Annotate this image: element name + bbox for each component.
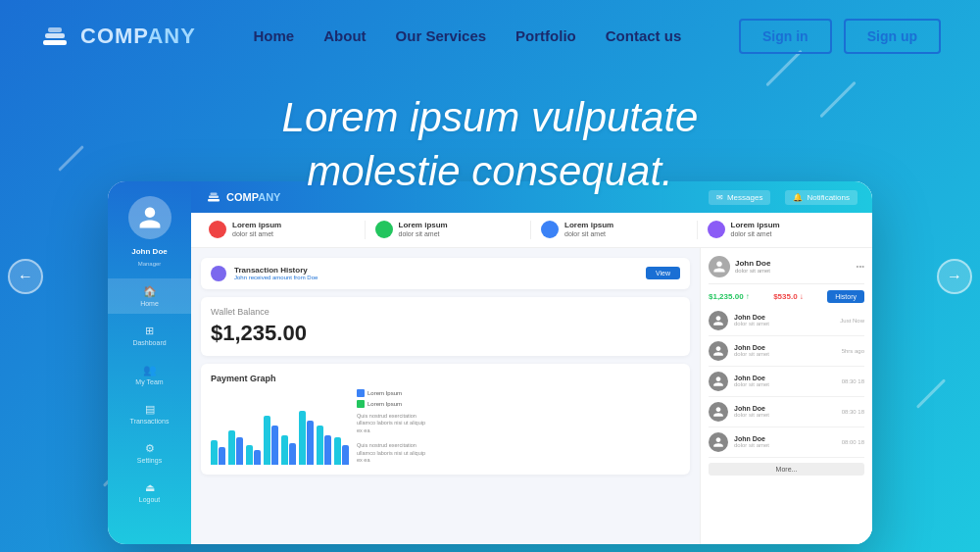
contact-item-1: John Doedolor sit amet 5hrs ago — [709, 341, 864, 367]
contact-avatar-1 — [709, 341, 728, 361]
stat-dot-green — [375, 221, 393, 238]
svg-rect-2 — [48, 27, 62, 32]
chart-title: Payment Graph — [211, 374, 680, 383]
next-arrow[interactable]: → — [937, 259, 972, 294]
settings-icon: ⚙ — [145, 442, 155, 455]
right-avatar — [709, 256, 730, 277]
trans-label: Transaction History — [234, 266, 318, 275]
contact-avatar-2 — [709, 372, 728, 391]
legend-item-0: Lorem Ipsum — [357, 389, 425, 397]
prev-arrow[interactable]: ← — [8, 259, 43, 294]
stat-item-0: Lorem ipsum dolor sit amet — [201, 221, 366, 239]
right-menu-icon: ••• — [857, 262, 864, 271]
contact-avatar-3 — [709, 402, 728, 422]
transaction-history-box: Transaction History John received amount… — [201, 258, 690, 289]
contact-item-2: John Doedolor sit amet 08:30 18 — [709, 372, 864, 397]
wallet-amount: $1,235.00 — [211, 321, 680, 346]
balance-row: $1,235.00 ↑ $535.0 ↓ History — [709, 290, 864, 303]
main-nav: Home About Our Services Portfolio Contac… — [254, 27, 682, 44]
sidebar-team-label: My Team — [135, 378, 163, 385]
stat-sub-0: dolor sit amet — [232, 229, 281, 239]
dashboard-right-panel: John Doe dolor sit amet ••• $1,235.00 ↑ … — [701, 248, 872, 544]
chart-area: Lorem Ipsum Lorem Ipsum Quis nostrud exe… — [211, 389, 680, 465]
sidebar-item-transactions[interactable]: ▤ Transactions — [108, 396, 191, 431]
home-icon: 🏠 — [143, 285, 157, 298]
sidebar-trans-label: Transactions — [130, 418, 170, 425]
stat-sub-1: dolor sit amet — [399, 229, 448, 239]
nav-item-services[interactable]: Our Services — [396, 27, 487, 44]
stat-sub-2: dolor sit amet — [564, 229, 613, 239]
nav-item-contact[interactable]: Contact us — [606, 27, 682, 44]
sidebar-item-logout[interactable]: ⏏ Logout — [108, 475, 191, 510]
stat-dot-blue — [541, 221, 559, 238]
balance-down: $535.0 ↓ — [773, 292, 804, 301]
dashboard-main: COMPANY ✉ Messages 🔔 Notifications Lorem… — [191, 181, 872, 544]
stat-title-3: Lorem ipsum — [731, 221, 780, 229]
sidebar-home-label: Home — [140, 300, 159, 307]
stat-item-2: Lorem ipsum dolor sit amet — [533, 221, 698, 239]
stats-row: Lorem ipsum dolor sit amet Lorem ipsum d… — [191, 213, 872, 248]
dashboard-sidebar: John Doe Manager 🏠 Home ⊞ Dashboard 👥 My… — [108, 181, 191, 544]
logo-text: COMPANY — [80, 24, 196, 49]
sidebar-item-home[interactable]: 🏠 Home — [108, 278, 191, 314]
dashboard-mockup: John Doe Manager 🏠 Home ⊞ Dashboard 👥 My… — [108, 181, 872, 544]
trans-sub: John received amount from Doe — [234, 275, 318, 280]
signup-button[interactable]: Sign up — [844, 19, 941, 54]
sidebar-settings-label: Settings — [137, 457, 162, 464]
logo-icon — [39, 21, 71, 52]
nav-item-portfolio[interactable]: Portfolio — [515, 27, 576, 44]
legend-item-1: Lorem Ipsum — [357, 400, 425, 408]
chart-bars — [211, 401, 349, 465]
contact-avatar-0 — [709, 311, 728, 330]
sidebar-item-dashboard[interactable]: ⊞ Dashboard — [108, 318, 191, 353]
dashboard-icon: ⊞ — [145, 325, 154, 337]
transactions-icon: ▤ — [145, 403, 155, 416]
sidebar-dashboard-label: Dashboard — [132, 339, 166, 346]
team-icon: 👥 — [143, 364, 157, 376]
hero-section: Lorem ipsum vulputate molestie consequat… — [0, 72, 980, 213]
chart-section: Payment Graph — [201, 364, 690, 475]
stat-dot-purple — [708, 221, 725, 238]
hero-heading: Lorem ipsum vulputate molestie consequat… — [0, 91, 980, 198]
dashboard-content: Transaction History John received amount… — [191, 248, 872, 544]
stat-title-2: Lorem ipsum — [564, 221, 613, 229]
contact-avatar-4 — [709, 432, 728, 452]
wallet-section: Wallet Balance $1,235.00 — [201, 297, 690, 356]
logo: COMPANY — [39, 21, 196, 52]
svg-rect-1 — [45, 33, 65, 38]
sidebar-userrole: Manager — [138, 261, 162, 267]
sidebar-logout-label: Logout — [139, 496, 160, 503]
stat-dot-red — [209, 221, 226, 238]
sidebar-item-myteam[interactable]: 👥 My Team — [108, 357, 191, 392]
nav-item-home[interactable]: Home — [254, 27, 295, 44]
sidebar-item-settings[interactable]: ⚙ Settings — [108, 435, 191, 471]
history-button[interactable]: History — [827, 290, 864, 303]
trans-dot — [211, 266, 226, 281]
header: COMPANY Home About Our Services Portfoli… — [0, 0, 980, 72]
dashboard-left-panel: Transaction History John received amount… — [191, 248, 701, 544]
right-user-info: John Doe dolor sit amet — [709, 256, 770, 277]
chart-legend: Lorem Ipsum Lorem Ipsum Quis nostrud exe… — [357, 389, 425, 465]
balance-up: $1,235.00 ↑ — [709, 292, 750, 301]
legend-dot-0 — [357, 389, 365, 397]
sidebar-username: John Doe — [131, 247, 167, 257]
logout-icon: ⏏ — [145, 481, 155, 494]
right-user-header: John Doe dolor sit amet ••• — [709, 256, 864, 284]
contact-item-3: John Doedolor sit amet 08:30 18 — [709, 402, 864, 427]
more-button[interactable]: More... — [709, 463, 864, 476]
stat-item-3: Lorem ipsum dolor sit amet — [700, 221, 863, 239]
contact-list: John Doedolor sit amet Just Now John Doe… — [709, 311, 864, 458]
contact-item-4: John Doedolor sit amet 08:00 18 — [709, 432, 864, 458]
header-actions: Sign in Sign up — [739, 19, 941, 54]
svg-rect-0 — [43, 40, 67, 45]
right-usersub: dolor sit amet — [735, 268, 770, 274]
stat-title-1: Lorem ipsum — [399, 221, 448, 229]
stat-title-0: Lorem ipsum — [232, 221, 281, 229]
signin-button[interactable]: Sign in — [739, 19, 832, 54]
legend-dot-1 — [357, 400, 365, 408]
stat-sub-3: dolor sit amet — [731, 229, 780, 239]
wallet-label: Wallet Balance — [211, 307, 680, 317]
nav-item-about[interactable]: About — [323, 27, 366, 44]
stat-item-1: Lorem ipsum dolor sit amet — [368, 221, 532, 239]
view-button[interactable]: View — [646, 267, 680, 279]
